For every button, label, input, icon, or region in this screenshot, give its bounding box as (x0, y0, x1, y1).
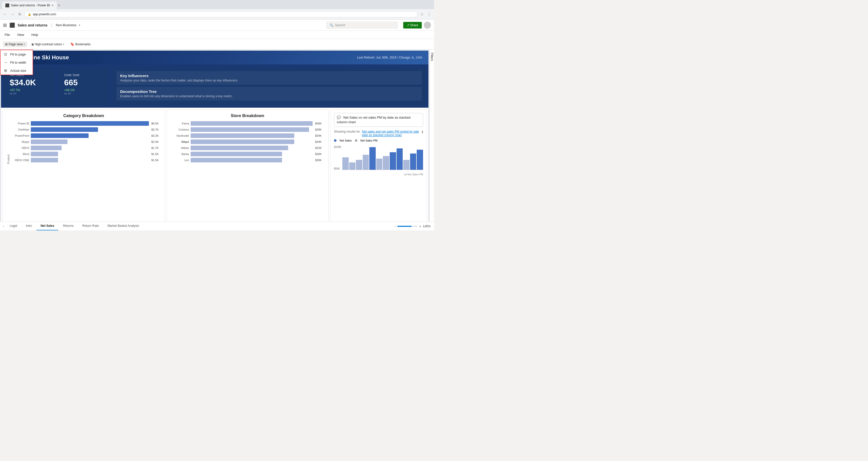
bar-container (191, 158, 313, 162)
browser-menu-button[interactable]: ⋮ (426, 11, 432, 17)
mini-bar-dark (417, 150, 423, 170)
bar-value: $1.5K (151, 152, 161, 156)
qa-y-axis-label: nd Net Sales PM (334, 173, 423, 176)
category-chart: Category Breakdown Product Power BI $6.5… (3, 109, 165, 221)
mini-bar (342, 157, 349, 170)
table-row: Abbas $32K (171, 146, 324, 150)
search-bar[interactable]: 🔍 Search (326, 22, 398, 29)
forward-button[interactable]: → (10, 11, 15, 17)
table-row: VanArsdel $34K (171, 133, 324, 138)
mini-bar (376, 159, 382, 170)
refresh-button[interactable]: ↻ (17, 11, 22, 17)
qa-showing: Showing results for Net sales and net sa… (334, 130, 423, 137)
actual-size-label: Actual size (10, 69, 26, 72)
bar-container (31, 133, 149, 138)
tab-returns[interactable]: Returns (59, 222, 78, 230)
back-button[interactable]: ← (2, 11, 8, 17)
file-menu[interactable]: File (3, 32, 11, 38)
menu-bar: File View Help (0, 31, 434, 39)
zoom-slider[interactable] (397, 226, 418, 227)
main-content: soft | Alpine Ski House Last Refresh: Ju… (0, 50, 434, 221)
kpi-units-sold-value: 665 (64, 78, 103, 87)
new-tab-button[interactable]: + (58, 3, 60, 8)
qa-y-100k: $100K (334, 146, 341, 148)
bar-container (31, 152, 149, 156)
qa-query-icon: 💬 (337, 116, 341, 119)
bar-container (191, 152, 313, 156)
bar-value: $1.5K (151, 159, 161, 162)
address-bar: ← → ↻ 🔒 app.powerbi.com ☆ ⋮ (0, 9, 434, 19)
mini-bar-dark (369, 147, 376, 170)
bookmarks-label: Bookmarks (75, 42, 91, 46)
mini-bar-dark (410, 153, 416, 170)
bar-fill (191, 146, 288, 150)
user-avatar[interactable] (424, 22, 431, 29)
info-icon[interactable]: ℹ (422, 130, 423, 137)
mini-bar (403, 160, 409, 170)
key-influencers-card[interactable]: Key Influencers Analyzes your data, rank… (117, 71, 422, 85)
url-bar[interactable]: 🔒 app.powerbi.com (25, 11, 417, 17)
qa-showing-value[interactable]: Net sales and net sales PM sorted by sal… (362, 130, 420, 137)
zoom-out-button[interactable]: - (395, 224, 396, 228)
fit-to-page-item[interactable]: ⊡ Fit to page (1, 50, 33, 58)
kpi-ai-section: Net Sales $34.0K +67.7% vs /m Units Sold… (1, 64, 428, 108)
page-view-icon: ⊞ (5, 42, 8, 46)
page-view-button[interactable]: ⊞ Page view ▾ (3, 41, 27, 47)
table-row: OneNote $3.7K (11, 127, 161, 132)
actual-size-icon: ⊞ (4, 68, 8, 72)
store-chart-title: Store Breakdown (171, 114, 324, 118)
tab-close-button[interactable]: ✕ (52, 4, 54, 7)
app-grid-icon[interactable]: ⊞ (3, 22, 7, 28)
filters-label[interactable]: Filters (430, 53, 434, 61)
tab-return-rate[interactable]: Return Rate (78, 222, 103, 230)
bookmark-star-button[interactable]: ☆ (420, 11, 425, 17)
bar-fill (31, 140, 67, 144)
report-header: soft | Alpine Ski House Last Refresh: Ju… (1, 51, 428, 64)
high-contrast-button[interactable]: ◑ High-contrast colors ▾ (29, 41, 66, 47)
zoom-in-button[interactable]: + (419, 224, 421, 228)
active-tab[interactable]: ⬛ Sales and returns - Power BI ✕ (2, 2, 57, 9)
category-bar-chart: Product Power BI $6.5K OneNot (7, 121, 161, 164)
bar-value: $39K (315, 128, 324, 131)
qa-y-axis: $100K $50K (334, 145, 341, 170)
tab-legal[interactable]: Legal (6, 222, 21, 230)
key-influencers-title: Key Influencers (120, 73, 418, 78)
share-button[interactable]: ↗ Share (403, 22, 422, 29)
bookmarks-button[interactable]: 🔖 Bookmarks (68, 41, 93, 47)
app-topbar: ⊞ ⬛ Sales and returns | Non-Business ▾ 🔍… (0, 20, 434, 31)
report-area: soft | Alpine Ski House Last Refresh: Ju… (0, 50, 429, 221)
mini-bar-dark (390, 152, 396, 170)
view-menu[interactable]: View (16, 32, 26, 38)
table-row: XBOX $1.7K (11, 146, 161, 150)
net-sales-legend-label: Net Sales (340, 139, 352, 142)
bar-label: Abbas (171, 146, 189, 149)
bar-label: OneNote (11, 128, 29, 131)
kpi-net-sales-sub: vs /m (10, 92, 49, 95)
bar-label: Contoso (171, 128, 189, 131)
mini-bar (383, 156, 389, 170)
zoom-value: 145% (423, 224, 432, 228)
qa-query-box[interactable]: 💬 Net Sales vs net sales PM by date as s… (334, 113, 423, 127)
charts-section: Category Breakdown Product Power BI $6.5… (1, 108, 428, 221)
bar-container (191, 121, 313, 126)
kpi-units-sold-change: +49.1% (64, 88, 103, 92)
bar-container (191, 133, 313, 138)
workspace-label[interactable]: Non-Business (56, 23, 76, 27)
help-menu[interactable]: Help (30, 32, 40, 38)
bar-container (191, 146, 313, 150)
actual-size-item[interactable]: ⊞ Actual size (1, 66, 33, 74)
decomposition-tree-card[interactable]: Decomposition Tree Enables users to dril… (117, 87, 422, 100)
table-row: Barba $30K (171, 152, 324, 156)
report-content: soft | Alpine Ski House Last Refresh: Ju… (0, 50, 429, 221)
workspace-chevron-icon[interactable]: ▾ (79, 24, 80, 27)
tab-market-basket[interactable]: Market Basket Analysis (103, 222, 143, 230)
page-view-label: Page view (9, 42, 23, 46)
tab-intro[interactable]: Intro (22, 222, 36, 230)
right-sidebar: Filters (429, 50, 434, 221)
tab-net-sales[interactable]: Net Sales (36, 222, 58, 230)
bar-value: $6.5K (151, 122, 161, 125)
bar-label: Fama (171, 122, 189, 125)
bar-label: Leo (171, 159, 189, 162)
fit-to-width-item[interactable]: ↔ Fit to width (1, 58, 33, 66)
tab-scroll-left-button[interactable]: ‹ (2, 223, 5, 229)
